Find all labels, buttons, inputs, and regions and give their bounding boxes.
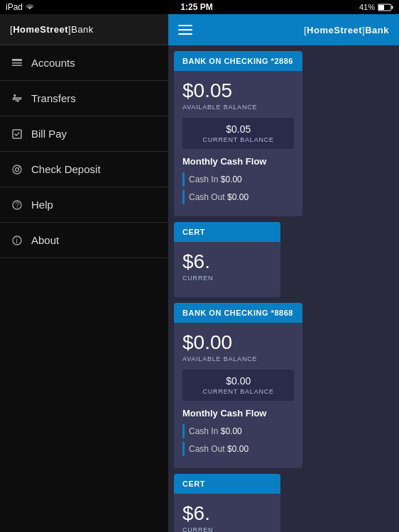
available-amount-cert1: $6. <box>182 250 272 273</box>
account-card-cert1[interactable]: CERT $6. CURREN <box>174 222 280 297</box>
sidebar-nav: Accounts Transfers <box>0 45 168 532</box>
cash-in-bar-8868 <box>182 424 185 438</box>
about-label: About <box>31 234 59 246</box>
status-left: iPad <box>6 2 34 12</box>
card-header-2886: BANK ON CHECKING *2886 <box>174 51 302 71</box>
available-label-8868: AVAILABLE BALANCE <box>182 355 294 362</box>
current-balance-label-2886: CURRENT BALANCE <box>188 136 288 143</box>
svg-text:i: i <box>16 237 18 245</box>
sidebar: [HomeStreet]Bank Accounts <box>0 14 168 532</box>
current-balance-box-8868: $0.00 CURRENT BALANCE <box>182 370 294 401</box>
sidebar-item-checkdeposit[interactable]: Check Deposit <box>0 152 168 187</box>
available-amount-cert2: $6. <box>182 502 272 525</box>
current-balance-amount-2886: $0.05 <box>188 123 288 135</box>
card-header-cert1: CERT <box>174 222 280 242</box>
available-amount-8868: $0.00 <box>182 331 294 354</box>
accounts-label: Accounts <box>31 57 75 69</box>
available-label-cert1: CURREN <box>182 275 272 282</box>
about-icon: i <box>10 233 24 248</box>
help-label: Help <box>31 199 53 211</box>
cash-out-text: Cash Out $0.00 <box>189 192 248 202</box>
svg-rect-5 <box>12 65 22 66</box>
cash-in-text: Cash In $0.00 <box>189 174 242 184</box>
topbar-logo: [HomeStreet]Bank <box>304 25 389 35</box>
cash-flow-title-8868: Monthly Cash Flow <box>182 408 294 419</box>
svg-rect-4 <box>12 62 22 64</box>
account-card-8868[interactable]: BANK ON CHECKING *8868 $0.00 AVAILABLE B… <box>174 303 302 468</box>
cash-out-bar <box>182 190 185 204</box>
device-label: iPad <box>6 2 23 12</box>
cash-in-bar <box>182 172 185 187</box>
svg-text:?: ? <box>16 201 20 209</box>
sidebar-item-about[interactable]: i About <box>0 223 168 258</box>
cash-out-text-8868: Cash Out $0.00 <box>189 444 248 454</box>
sidebar-item-accounts[interactable]: Accounts <box>0 45 168 81</box>
svg-rect-1 <box>391 6 393 9</box>
svg-point-10 <box>16 167 19 171</box>
app-container: [HomeStreet]Bank Accounts <box>0 14 399 532</box>
top-bar: [HomeStreet]Bank <box>168 14 399 45</box>
cash-out-2886: Cash Out $0.00 <box>182 190 294 204</box>
cash-in-8868: Cash In $0.00 <box>182 424 294 438</box>
hamburger-button[interactable] <box>178 25 192 35</box>
status-right: 41% <box>359 3 393 11</box>
current-balance-label-8868: CURRENT BALANCE <box>188 388 288 395</box>
card-body-cert1: $6. CURREN <box>174 242 280 297</box>
card-header-cert2: CERT <box>174 474 280 494</box>
billpay-icon <box>10 127 24 141</box>
cash-flow-title-2886: Monthly Cash Flow <box>182 156 294 167</box>
billpay-label: Bill Pay <box>31 128 67 140</box>
status-bar: iPad 1:25 PM 41% <box>0 0 399 14</box>
help-icon: ? <box>10 198 24 212</box>
available-amount-2886: $0.05 <box>182 79 294 102</box>
sidebar-item-help[interactable]: ? Help <box>0 187 168 223</box>
account-card-2886[interactable]: BANK ON CHECKING *2886 $0.05 AVAILABLE B… <box>174 51 302 216</box>
current-balance-box-2886: $0.05 CURRENT BALANCE <box>182 118 294 149</box>
available-label-cert2: CURREN <box>182 526 272 532</box>
sidebar-header: [HomeStreet]Bank <box>0 14 168 45</box>
cash-in-2886: Cash In $0.00 <box>182 172 294 187</box>
battery-icon <box>378 4 393 11</box>
card-body-8868: $0.00 AVAILABLE BALANCE $0.00 CURRENT BA… <box>174 323 302 468</box>
cash-in-text-8868: Cash In $0.00 <box>189 426 242 436</box>
battery-percent: 41% <box>359 3 375 11</box>
available-label-2886: AVAILABLE BALANCE <box>182 104 294 111</box>
cards-area: BANK ON CHECKING *2886 $0.05 AVAILABLE B… <box>168 45 399 532</box>
main-area: [HomeStreet]Bank BANK ON CHECKING *2886 … <box>168 14 399 532</box>
sidebar-item-transfers[interactable]: Transfers <box>0 81 168 116</box>
card-body-2886: $0.05 AVAILABLE BALANCE $0.05 CURRENT BA… <box>174 71 302 216</box>
sidebar-item-billpay[interactable]: Bill Pay <box>0 116 168 152</box>
cash-out-bar-8868 <box>182 442 185 456</box>
svg-rect-2 <box>378 5 384 10</box>
checkdeposit-label: Check Deposit <box>31 163 101 175</box>
current-balance-amount-8868: $0.00 <box>188 375 288 387</box>
wifi-icon <box>26 4 34 11</box>
transfers-label: Transfers <box>31 92 76 104</box>
status-time: 1:25 PM <box>180 2 212 12</box>
accounts-icon <box>10 56 24 70</box>
sidebar-logo: [HomeStreet]Bank <box>10 24 94 35</box>
svg-rect-3 <box>12 59 22 61</box>
transfers-icon <box>10 92 24 106</box>
card-header-8868: BANK ON CHECKING *8868 <box>174 303 302 323</box>
checkdeposit-icon <box>10 162 24 177</box>
card-body-cert2: $6. CURREN <box>174 494 280 532</box>
cash-out-8868: Cash Out $0.00 <box>182 442 294 456</box>
account-card-cert2[interactable]: CERT $6. CURREN <box>174 474 280 532</box>
